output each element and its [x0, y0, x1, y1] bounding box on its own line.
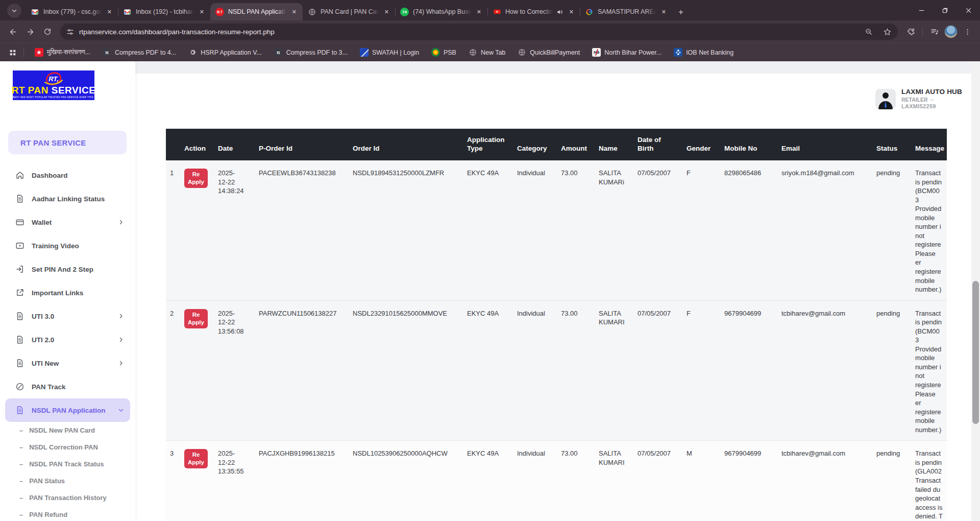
- speaker-icon[interactable]: [556, 9, 563, 15]
- sidebar-item-label: UTI 3.0: [32, 313, 111, 320]
- bookmark-item[interactable]: HSRP Application V...: [184, 46, 266, 59]
- bookmark-item[interactable]: SWATAH | Login: [355, 46, 424, 59]
- cell-name: SALITA KUMARI: [595, 441, 633, 521]
- user-info[interactable]: LAXMI AUTO HUB RETAILER LAXMI52259: [875, 88, 962, 110]
- browser-tab[interactable]: 74(74) WhatsApp Busin✕: [395, 3, 487, 20]
- browser-tab[interactable]: PAN Card | PAN Card✕: [303, 3, 395, 20]
- cell-order_id: NSDL91894531250000LZMFR: [349, 160, 463, 300]
- external-icon: [15, 288, 24, 297]
- sidebar-item-important-links[interactable]: Important Links: [0, 281, 135, 304]
- user-name: LAXMI AUTO HUB: [901, 88, 962, 97]
- sidebar-item-nsdl-pan-application[interactable]: NSDL PAN Application: [5, 398, 130, 422]
- sidebar-subitem-pan-refund[interactable]: –PAN Refund: [0, 506, 135, 521]
- cell-name: SALITA KUMARi: [595, 160, 633, 300]
- zoom-icon[interactable]: [862, 25, 875, 38]
- sidebar-subitem-label: PAN Refund: [29, 511, 67, 518]
- media-control-icon[interactable]: [927, 24, 942, 39]
- bookmark-item[interactable]: New Tab: [464, 46, 510, 59]
- user-role[interactable]: RETAILER: [901, 97, 962, 103]
- sidebar-subitem-nsdl-pan-track-status[interactable]: –NSDL PAN Track Status: [0, 456, 135, 472]
- cell-order_id: NSDL10253906250000AQHCW: [349, 441, 463, 521]
- tab-close-icon[interactable]: ✕: [659, 8, 668, 16]
- rt-pan-service-logo[interactable]: RT, RT PAN SERVICE THE BEST AND MOST POP…: [13, 70, 94, 100]
- sidebar-item-dashboard[interactable]: Dashboard: [0, 163, 135, 187]
- sidebar-item-training-video[interactable]: Training Video: [0, 234, 135, 257]
- browser-menu-icon[interactable]: [960, 24, 975, 39]
- cell-status: pending: [872, 300, 911, 441]
- new-tab-button[interactable]: +: [672, 7, 690, 20]
- sidebar-item-label: PAN Track: [32, 383, 124, 391]
- re-apply-button[interactable]: Re Apply: [184, 449, 208, 468]
- tab-close-icon[interactable]: ✕: [475, 8, 483, 16]
- gmail-icon: [31, 8, 39, 16]
- bookmark-item[interactable]: QuickBillPayment: [513, 46, 584, 59]
- bookmark-item[interactable]: PSB: [427, 46, 461, 59]
- page-scrollbar[interactable]: [971, 61, 980, 521]
- sidebar-subitem-nsdl-correction-pan[interactable]: –NSDL Correction PAN: [0, 439, 135, 456]
- tab-close-icon[interactable]: ✕: [290, 8, 299, 16]
- browser-tab[interactable]: Inbox (779) - csc.gov✕: [26, 3, 118, 20]
- tab-title: NSDL PAN Applicatio: [228, 8, 286, 15]
- browser-tab[interactable]: SAMASTIPUR AREA I✕: [580, 3, 672, 20]
- bookmark-label: North Bihar Power...: [604, 49, 662, 56]
- site-settings-icon[interactable]: [66, 28, 74, 36]
- close-window-button[interactable]: [957, 0, 980, 20]
- column-header: Application Type: [463, 129, 513, 160]
- bookmark-item[interactable]: πCompress PDF to 3...: [270, 46, 352, 59]
- sidebar-item-uti-3-0[interactable]: UTI 3.0: [0, 304, 135, 328]
- cell-amount: 73.00: [557, 300, 595, 441]
- cell-dob: 07/05/2007: [633, 160, 682, 300]
- scrollbar-thumb[interactable]: [972, 281, 979, 424]
- sidebar-item-pan-track[interactable]: PAN Track: [0, 375, 135, 398]
- bookmark-item[interactable]: IOB Net Banking: [669, 46, 738, 59]
- sidebar-item-label: NSDL PAN Application: [32, 407, 111, 414]
- bookmark-item[interactable]: πCompress PDF to 4...: [98, 46, 181, 59]
- extensions-icon[interactable]: [903, 24, 918, 39]
- restore-button[interactable]: [933, 0, 957, 20]
- sidebar-item-wallet[interactable]: Wallet: [0, 210, 135, 234]
- tab-title: PAN Card | PAN Card: [321, 8, 378, 15]
- tab-bar: Inbox (779) - csc.gov✕Inbox (192) - tcbi…: [0, 0, 980, 20]
- browser-chrome: Inbox (779) - csc.gov✕Inbox (192) - tcbi…: [0, 0, 980, 61]
- forward-button[interactable]: [22, 24, 38, 39]
- bookmark-item[interactable]: ★मुखिया-सरपंचगण...: [30, 46, 95, 59]
- tab-close-icon[interactable]: ✕: [567, 8, 576, 16]
- url-text[interactable]: rtpanservice.com/dashboard/pan-transacti…: [79, 28, 857, 36]
- doc-icon: [15, 406, 24, 415]
- main-content: LAXMI AUTO HUB RETAILER LAXMI52259 Actio…: [135, 61, 971, 521]
- address-bar[interactable]: rtpanservice.com/dashboard/pan-transacti…: [60, 23, 898, 40]
- toolbar-separator: [922, 27, 923, 36]
- bookmark-star-icon[interactable]: [880, 25, 894, 38]
- sidebar-subitem-pan-status[interactable]: –PAN Status: [0, 472, 135, 489]
- re-apply-button[interactable]: Re Apply: [184, 309, 208, 328]
- sidebar-subitem-nsdl-new-pan-card[interactable]: –NSDL New PAN Card: [0, 422, 135, 439]
- tab-close-icon[interactable]: ✕: [198, 8, 206, 16]
- sidebar-item-set-pin-and-2-step[interactable]: Set PIN And 2 Step: [0, 257, 135, 281]
- browser-tab[interactable]: How to Correctio✕: [487, 3, 580, 20]
- sidebar-item-aadhar-linking-status[interactable]: Aadhar Linking Status: [0, 187, 135, 210]
- chevron-right-icon: [118, 360, 124, 366]
- sidebar-item-uti-2-0[interactable]: UTI 2.0: [0, 328, 135, 351]
- re-apply-button[interactable]: Re Apply: [184, 169, 208, 188]
- browser-tab[interactable]: R.TNSDL PAN Applicatio✕: [210, 3, 303, 20]
- tab-search-button[interactable]: [7, 4, 21, 18]
- sidebar-subitem-pan-transaction-history[interactable]: –PAN Transaction History: [0, 489, 135, 506]
- sidebar-subitem-label: NSDL New PAN Card: [29, 427, 95, 434]
- browser-profile-avatar[interactable]: [944, 25, 958, 38]
- apps-grid-icon[interactable]: [6, 46, 19, 59]
- cell-message: Transact is pendin (GLA002 Transact fail…: [911, 441, 947, 521]
- sidebar-item-label: Wallet: [32, 219, 111, 226]
- column-header: Status: [872, 129, 911, 160]
- cell-date: 2025- 12-22 13:56:08: [214, 300, 255, 441]
- tab-close-icon[interactable]: ✕: [382, 8, 391, 16]
- bookmark-label: New Tab: [481, 49, 505, 56]
- tab-close-icon[interactable]: ✕: [105, 8, 114, 16]
- sidebar-item-uti-new[interactable]: UTI New: [0, 351, 135, 375]
- browser-tab[interactable]: Inbox (192) - tcbihare✕: [118, 3, 210, 20]
- reload-button[interactable]: [40, 24, 55, 39]
- minimize-button[interactable]: [910, 0, 933, 20]
- chevron-right-icon: [118, 219, 124, 225]
- bookmark-item[interactable]: NBNorth Bihar Power...: [587, 46, 666, 59]
- back-button[interactable]: [5, 24, 20, 39]
- cell-category: Individual: [513, 300, 557, 441]
